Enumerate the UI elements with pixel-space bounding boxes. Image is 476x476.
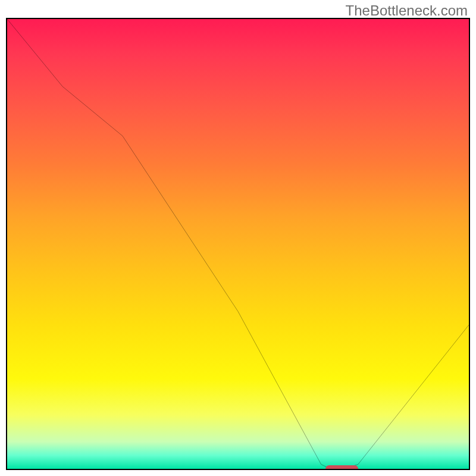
optimal-range-marker <box>325 465 358 470</box>
attribution-text: TheBottleneck.com <box>346 2 468 19</box>
bottleneck-curve <box>7 19 469 469</box>
chart-plot-area <box>6 18 470 470</box>
